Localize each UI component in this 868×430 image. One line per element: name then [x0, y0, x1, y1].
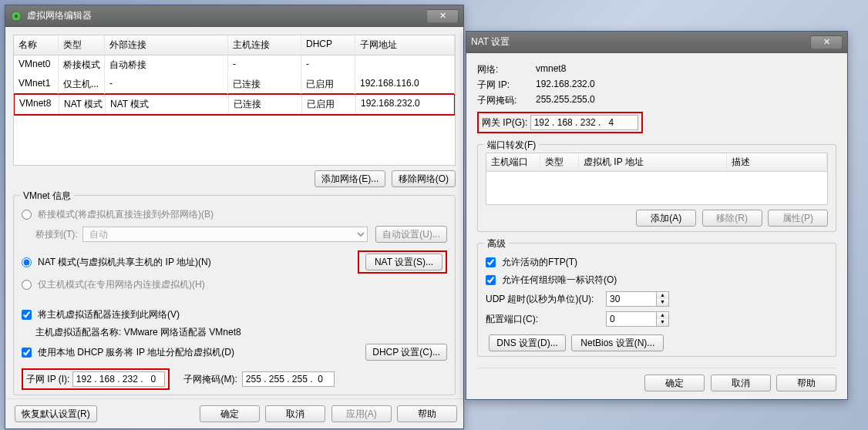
nat-settings-highlight: NAT 设置(S)...	[358, 250, 447, 274]
nat-radio-label: NAT 模式(与虚拟机共享主机的 IP 地址)(N)	[38, 256, 355, 269]
pf-props-button[interactable]: 属性(P)	[768, 210, 828, 227]
udp-timeout-input[interactable]	[607, 292, 656, 306]
close-button[interactable]: ✕	[810, 35, 843, 49]
dns-settings-button[interactable]: DNS 设置(D)...	[489, 334, 566, 351]
subnet-mask-input[interactable]	[242, 371, 335, 387]
dhcp-checkbox[interactable]	[22, 348, 32, 358]
udp-timeout-spinner[interactable]: ▲▼	[606, 291, 669, 307]
editor-title: 虚拟网络编辑器	[27, 9, 426, 22]
any-oui-checkbox[interactable]	[486, 275, 496, 285]
any-oui-label: 允许任何组织唯一标识符(O)	[502, 274, 617, 287]
subnet-ip-input[interactable]	[72, 371, 165, 387]
active-ftp-checkbox[interactable]	[486, 257, 496, 267]
config-port-spinner[interactable]: ▲▼	[606, 311, 669, 327]
vmnet-info-title: VMnet 信息	[20, 190, 74, 203]
pf-header: 主机端口 类型 虚拟机 IP 地址 描述	[486, 153, 827, 172]
nat-radio[interactable]	[22, 257, 32, 267]
col-type: 类型	[59, 35, 105, 55]
svg-point-1	[15, 14, 19, 18]
nat-cancel-button[interactable]: 取消	[711, 375, 771, 391]
network-label: 网络:	[477, 63, 533, 76]
networks-table[interactable]: 名称 类型 外部连接 主机连接 DHCP 子网地址 VMnet0 桥接模式 自动…	[13, 35, 456, 166]
cancel-button[interactable]: 取消	[265, 405, 325, 422]
chevron-up-icon[interactable]: ▲	[657, 312, 668, 319]
apply-button[interactable]: 应用(A)	[331, 405, 392, 422]
nat-subnet-ip-value: 192.168.232.0	[536, 79, 595, 92]
udp-timeout-label: UDP 超时(以秒为单位)(U):	[486, 293, 601, 306]
netbios-settings-button[interactable]: NetBios 设置(N)...	[571, 334, 664, 351]
config-port-label: 配置端口(C):	[486, 313, 601, 326]
bridge-to-select[interactable]: 自动	[82, 227, 368, 242]
gateway-highlight: 网关 IP(G):	[477, 112, 643, 133]
table-header: 名称 类型 外部连接 主机连接 DHCP 子网地址	[14, 35, 455, 55]
nat-settings-button[interactable]: NAT 设置(S)...	[365, 254, 442, 270]
col-addr: 子网地址	[355, 35, 455, 55]
nat-subnet-mask-label: 子网掩码:	[477, 94, 533, 107]
nat-subnet-mask-value: 255.255.255.0	[536, 94, 595, 107]
chevron-up-icon[interactable]: ▲	[657, 292, 668, 299]
col-name: 名称	[14, 35, 59, 55]
pf-col-vmip: 虚拟机 IP 地址	[579, 153, 727, 171]
connect-host-checkbox[interactable]	[22, 310, 32, 320]
remove-network-button[interactable]: 移除网络(O)	[392, 170, 456, 187]
port-forwarding-title: 端口转发(F)	[484, 139, 539, 152]
dhcp-label: 使用本地 DHCP 服务将 IP 地址分配给虚拟机(D)	[38, 346, 359, 359]
help-button[interactable]: 帮助	[397, 405, 457, 422]
nat-title: NAT 设置	[471, 35, 810, 49]
pf-col-desc: 描述	[727, 153, 827, 171]
bridge-auto-button[interactable]: 自动设置(U)...	[375, 226, 447, 243]
active-ftp-label: 允许活动的FTP(T)	[502, 256, 577, 269]
table-row[interactable]: VMnet1 仅主机... - 已连接 已启用 192.168.116.0	[14, 75, 455, 94]
hostonly-radio-label: 仅主机模式(在专用网络内连接虚拟机)(H)	[38, 278, 205, 291]
nat-help-button[interactable]: 帮助	[776, 375, 836, 391]
table-body: VMnet0 桥接模式 自动桥接 - - VMnet1 仅主机... - 已连接…	[14, 55, 455, 116]
pf-add-button[interactable]: 添加(A)	[636, 210, 696, 227]
gateway-label: 网关 IP(G):	[482, 116, 527, 129]
bridge-to-label: 桥接到(T):	[35, 228, 78, 241]
vmnet-info-group: VMnet 信息 桥接模式(将虚拟机直接连接到外部网络)(B) 桥接到(T): …	[13, 195, 456, 395]
dhcp-settings-button[interactable]: DHCP 设置(C)...	[365, 344, 447, 361]
nat-subnet-ip-label: 子网 IP:	[477, 79, 533, 92]
nat-settings-window: NAT 设置 ✕ 网络:vmnet8 子网 IP:192.168.232.0 子…	[466, 31, 848, 400]
subnet-mask-label: 子网掩码(M):	[183, 373, 237, 386]
virtual-network-editor-window: 虚拟网络编辑器 ✕ 名称 类型 外部连接 主机连接 DHCP 子网地址 VMne…	[5, 5, 464, 429]
subnet-ip-highlight: 子网 IP (I):	[22, 368, 170, 390]
col-dhcp: DHCP	[301, 35, 355, 55]
ok-button[interactable]: 确定	[200, 405, 260, 422]
config-port-input[interactable]	[607, 312, 656, 326]
bridge-radio-label: 桥接模式(将虚拟机直接连接到外部网络)(B)	[38, 208, 214, 221]
pf-col-hostport: 主机端口	[486, 153, 540, 171]
chevron-down-icon[interactable]: ▼	[657, 319, 668, 326]
advanced-title: 高级	[484, 237, 509, 250]
adapter-name-line: 主机虚拟适配器名称: VMware 网络适配器 VMnet8	[35, 326, 447, 339]
pf-remove-button[interactable]: 移除(R)	[702, 210, 762, 227]
table-row-vmnet8[interactable]: VMnet8 NAT 模式 NAT 模式 已连接 已启用 192.168.232…	[13, 93, 456, 116]
port-forwarding-group: 端口转发(F) 主机端口 类型 虚拟机 IP 地址 描述 添加(A) 移除(R)…	[477, 144, 836, 232]
bridge-radio[interactable]	[22, 210, 32, 220]
add-network-button[interactable]: 添加网络(E)...	[315, 170, 385, 187]
chevron-down-icon[interactable]: ▼	[657, 299, 668, 306]
connect-host-label: 将主机虚拟适配器连接到此网络(V)	[38, 308, 180, 321]
editor-titlebar: 虚拟网络编辑器 ✕	[5, 5, 463, 27]
app-icon	[10, 10, 22, 22]
port-forwarding-table[interactable]: 主机端口 类型 虚拟机 IP 地址 描述	[486, 153, 828, 205]
col-ext: 外部连接	[105, 35, 228, 55]
table-row[interactable]: VMnet0 桥接模式 自动桥接 - -	[14, 55, 455, 75]
hostonly-radio[interactable]	[22, 280, 32, 290]
network-value: vmnet8	[536, 63, 566, 76]
col-host: 主机连接	[228, 35, 301, 55]
gateway-input[interactable]	[530, 115, 638, 130]
editor-bottombar: 恢复默认设置(R) 确定 取消 应用(A) 帮助	[5, 398, 463, 428]
subnet-ip-label: 子网 IP (I):	[26, 373, 69, 386]
restore-defaults-button[interactable]: 恢复默认设置(R)	[15, 405, 97, 422]
nat-titlebar: NAT 设置 ✕	[466, 32, 847, 53]
advanced-group: 高级 允许活动的FTP(T) 允许任何组织唯一标识符(O) UDP 超时(以秒为…	[477, 243, 836, 357]
pf-col-type: 类型	[540, 153, 579, 171]
close-button[interactable]: ✕	[426, 9, 459, 23]
nat-ok-button[interactable]: 确定	[644, 375, 705, 391]
